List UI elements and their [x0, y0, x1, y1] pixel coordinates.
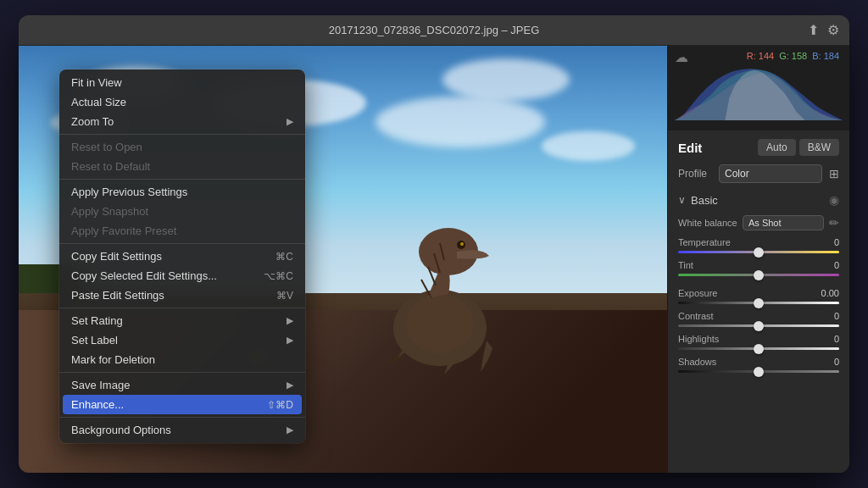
- highlights-thumb[interactable]: [754, 344, 764, 354]
- image-area: Fit in View Actual Size Zoom To ▶ Reset …: [19, 46, 667, 473]
- cloud-3: [442, 58, 570, 101]
- histogram-area: ☁ R: 144 G: 158 B: 184: [668, 46, 849, 130]
- tint-label: Tint: [678, 260, 693, 270]
- edit-title: Edit: [678, 141, 702, 155]
- exposure-control: Exposure 0.00: [678, 288, 839, 304]
- b-stat: B: 184: [812, 51, 839, 61]
- settings-icon[interactable]: ⚙: [827, 22, 839, 38]
- menu-label-apply-snapshot: Apply Snapshot: [71, 205, 148, 218]
- separator-5: [59, 372, 305, 373]
- mac-window: 20171230_072836_DSC02072.jpg – JPEG ⬆ ⚙: [19, 15, 849, 473]
- menu-label-apply-previous: Apply Previous Settings: [71, 186, 187, 198]
- eyedropper-icon[interactable]: ✏: [829, 216, 839, 230]
- shadows-value: 0: [834, 357, 839, 367]
- shadows-thumb[interactable]: [754, 367, 764, 377]
- menu-item-enhance[interactable]: Enhance... ⇧⌘D: [63, 395, 302, 414]
- menu-label-fit-in-view: Fit in View: [71, 76, 122, 89]
- menu-label-copy-edit: Copy Edit Settings: [71, 250, 162, 263]
- menu-item-reset-open: Reset to Open: [59, 137, 305, 157]
- right-panel: ☁ R: 144 G: 158 B: 184: [667, 46, 849, 473]
- menu-label-set-rating: Set Rating: [71, 314, 123, 327]
- cloud-icon: ☁: [675, 49, 688, 65]
- shadows-slider[interactable]: [678, 370, 839, 373]
- profile-select[interactable]: Color: [719, 164, 822, 183]
- separator-2: [59, 179, 305, 180]
- tint-value: 0: [834, 260, 839, 270]
- basic-section-title: ∨ Basic: [678, 194, 718, 207]
- contrast-label: Contrast: [678, 311, 714, 321]
- exposure-thumb[interactable]: [754, 298, 764, 308]
- exposure-label: Exposure: [678, 288, 717, 298]
- share-icon[interactable]: ⬆: [808, 22, 819, 38]
- menu-item-actual-size[interactable]: Actual Size: [59, 92, 305, 112]
- menu-item-fit-in-view[interactable]: Fit in View: [59, 73, 305, 92]
- bw-button[interactable]: B&W: [799, 139, 839, 156]
- title-bar: 20171230_072836_DSC02072.jpg – JPEG ⬆ ⚙: [19, 15, 849, 46]
- menu-item-apply-previous[interactable]: Apply Previous Settings: [59, 182, 305, 202]
- temperature-label-row: Temperature 0: [678, 237, 839, 247]
- separator-1: [59, 134, 305, 135]
- set-rating-arrow: ▶: [287, 315, 293, 326]
- white-balance-row: White balance As Shot ✏: [678, 215, 839, 230]
- auto-button[interactable]: Auto: [758, 139, 796, 156]
- menu-label-enhance: Enhance...: [71, 398, 124, 411]
- contrast-label-row: Contrast 0: [678, 311, 839, 321]
- exposure-value: 0.00: [821, 288, 839, 298]
- tint-label-row: Tint 0: [678, 260, 839, 270]
- temperature-control: Temperature 0: [678, 237, 839, 253]
- contrast-thumb[interactable]: [754, 321, 764, 331]
- basic-chevron[interactable]: ∨: [678, 194, 686, 206]
- highlights-slider[interactable]: [678, 347, 839, 350]
- background-options-arrow: ▶: [287, 424, 293, 435]
- r-stat: R: 144: [747, 51, 774, 61]
- shadows-label: Shadows: [678, 357, 716, 367]
- exposure-label-row: Exposure 0.00: [678, 288, 839, 298]
- profile-label: Profile: [678, 168, 712, 180]
- temperature-thumb[interactable]: [754, 247, 764, 258]
- menu-item-save-image[interactable]: Save Image ▶: [59, 375, 305, 395]
- contrast-control: Contrast 0: [678, 311, 839, 327]
- menu-item-background-options[interactable]: Background Options ▶: [59, 420, 305, 440]
- tint-thumb[interactable]: [754, 270, 764, 280]
- temperature-slider[interactable]: [678, 251, 839, 253]
- menu-label-mark-deletion: Mark for Deletion: [71, 353, 155, 366]
- separator-3: [59, 243, 305, 244]
- menu-item-set-rating[interactable]: Set Rating ▶: [59, 311, 305, 330]
- histogram-svg: [675, 63, 843, 120]
- set-label-arrow: ▶: [287, 335, 293, 346]
- menu-label-background-options: Background Options: [71, 424, 171, 436]
- menu-label-actual-size: Actual Size: [71, 96, 126, 108]
- copy-edit-shortcut: ⌘C: [275, 251, 293, 263]
- white-balance-select[interactable]: As Shot: [743, 215, 824, 230]
- window-title: 20171230_072836_DSC02072.jpg – JPEG: [329, 24, 540, 36]
- menu-item-zoom-to[interactable]: Zoom To ▶: [59, 112, 305, 131]
- menu-item-set-label[interactable]: Set Label ▶: [59, 330, 305, 350]
- temperature-value: 0: [834, 237, 839, 247]
- cloud-6: [376, 97, 545, 147]
- menu-item-paste-edit[interactable]: Paste Edit Settings ⌘V: [59, 286, 305, 305]
- edit-header: Edit Auto B&W: [678, 139, 839, 156]
- contrast-slider[interactable]: [678, 324, 839, 327]
- edit-buttons: Auto B&W: [758, 139, 839, 156]
- menu-item-copy-edit[interactable]: Copy Edit Settings ⌘C: [59, 247, 305, 266]
- menu-label-reset-default: Reset to Default: [71, 160, 150, 173]
- menu-item-reset-default: Reset to Default: [59, 157, 305, 176]
- exposure-slider[interactable]: [678, 302, 839, 304]
- zoom-to-arrow: ▶: [287, 116, 293, 127]
- separator-6: [59, 417, 305, 418]
- menu-item-copy-selected[interactable]: Copy Selected Edit Settings... ⌥⌘C: [59, 266, 305, 286]
- menu-label-reset-open: Reset to Open: [71, 141, 142, 153]
- menu-item-mark-deletion[interactable]: Mark for Deletion: [59, 350, 305, 369]
- histogram-stats: R: 144 G: 158 B: 184: [675, 49, 843, 63]
- tint-slider[interactable]: [678, 274, 839, 276]
- highlights-label: Highlights: [678, 334, 719, 344]
- paste-edit-shortcut: ⌘V: [276, 290, 293, 302]
- highlights-control: Highlights 0: [678, 334, 839, 350]
- basic-eye-icon[interactable]: ◉: [829, 193, 839, 207]
- copy-selected-shortcut: ⌥⌘C: [264, 270, 293, 282]
- separator-4: [59, 308, 305, 308]
- g-stat: G: 158: [779, 51, 807, 61]
- profile-grid-icon[interactable]: ⊞: [829, 167, 839, 180]
- menu-item-apply-favorite: Apply Favorite Preset: [59, 221, 305, 241]
- svg-point-4: [406, 294, 474, 353]
